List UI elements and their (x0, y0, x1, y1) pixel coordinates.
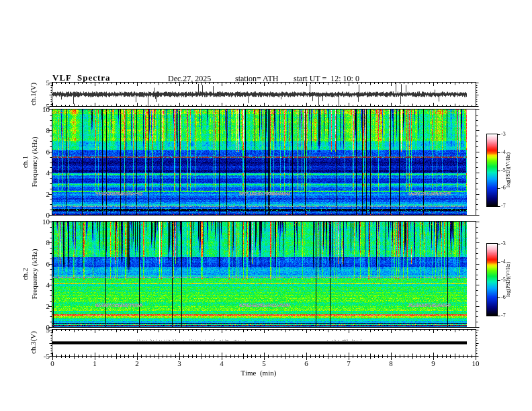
y-tick-label: 6 (46, 148, 50, 155)
start-ut-label: start UT = 12: 10: 0 (294, 74, 359, 84)
x-tick-label: 10 (472, 360, 480, 367)
x-axis-title: Time (min) (52, 369, 465, 377)
vlf-spectra-figure: VLF Spectra Dec.27, 2025 station= ATH st… (0, 0, 532, 411)
x-tick-label: 1 (93, 360, 97, 367)
spec2-frequency-axis-label: Frequency (kHz) (31, 249, 38, 300)
spectrogram-ch1-canvas (52, 109, 476, 215)
y-tick-label: 5 (46, 79, 50, 87)
colorbar2-unit-label: log(PSD)(V²/Hz) (506, 262, 511, 297)
y-tick-label: -5 (44, 353, 50, 360)
x-tick-label: 2 (135, 360, 139, 367)
plot-title: VLF Spectra (52, 73, 111, 83)
x-tick-label: 7 (347, 360, 351, 367)
x-tick-label: 3 (177, 360, 181, 367)
colorbar-tick-label: -3 (501, 132, 506, 137)
y-tick-label: 4 (46, 169, 50, 177)
y-tick-label: 8 (46, 127, 50, 134)
spectrogram-ch2-canvas (52, 222, 476, 327)
y-tick-label: 8 (46, 239, 50, 246)
spec1-frequency-axis-label: Frequency (kHz) (31, 137, 38, 187)
y-tick-label: 4 (46, 281, 50, 289)
y-tick-label: 10 (42, 218, 50, 226)
colorbar-tick-label: -5 (501, 277, 506, 283)
date-label: Dec.27, 2025 (168, 74, 211, 84)
colorbar-tick-label: -4 (501, 259, 506, 265)
x-tick-label: 5 (262, 360, 266, 367)
colorbar1-unit-label: log(PSD)(V²/Hz) (506, 152, 511, 187)
spec2-channel-label: ch.2 (21, 268, 29, 281)
spec1-channel-label: ch.1 (21, 156, 29, 169)
y-tick-label: 10 (42, 106, 50, 113)
colorbar-tick-label: -6 (501, 295, 506, 300)
ch1v-axis-label: ch.1(V) (30, 83, 37, 105)
x-tick-label: 4 (220, 360, 224, 367)
station-label: station= ATH (235, 74, 278, 84)
colorbar-tick-label: -3 (501, 241, 506, 246)
y-tick-label: 6 (46, 260, 50, 267)
x-tick-label: 6 (304, 360, 308, 367)
x-tick-label: 0 (50, 360, 54, 367)
colorbar-tick-label: -4 (501, 150, 506, 155)
colorbar-tick-label: -5 (501, 168, 506, 173)
y-tick-label: 2 (46, 190, 50, 197)
colorbar-tick-label: -7 (501, 203, 506, 209)
x-tick-label: 8 (389, 360, 393, 367)
colorbar-tick-label: -7 (501, 313, 506, 318)
x-tick-label: 9 (431, 360, 435, 367)
colorbar-tick-label: -6 (501, 185, 506, 191)
y-tick-label: 2 (46, 302, 50, 310)
ch3v-axis-label: ch.3(V) (30, 331, 37, 354)
y-tick-label: 5 (46, 326, 50, 334)
